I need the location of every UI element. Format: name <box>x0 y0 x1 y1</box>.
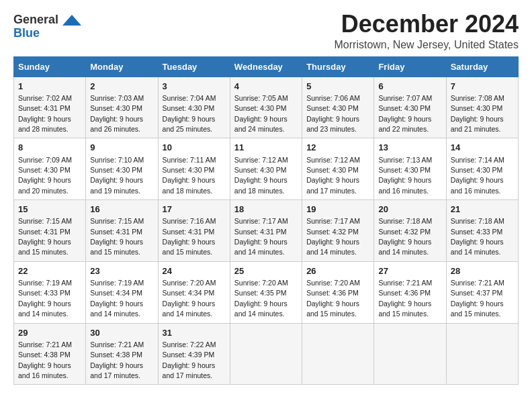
day-info: Sunrise: 7:12 AM Sunset: 4:30 PM Dayligh… <box>234 156 288 195</box>
header-saturday: Saturday <box>446 56 518 77</box>
day-number: 6 <box>378 81 441 93</box>
day-info: Sunrise: 7:18 AM Sunset: 4:33 PM Dayligh… <box>451 217 504 256</box>
day-info: Sunrise: 7:12 AM Sunset: 4:30 PM Dayligh… <box>306 156 360 195</box>
calendar-cell: 21Sunrise: 7:18 AM Sunset: 4:33 PM Dayli… <box>446 200 518 262</box>
day-number: 11 <box>234 142 298 154</box>
logo: General Blue <box>13 13 81 40</box>
calendar-cell: 20Sunrise: 7:18 AM Sunset: 4:32 PM Dayli… <box>374 200 446 262</box>
day-number: 20 <box>378 203 441 216</box>
day-info: Sunrise: 7:15 AM Sunset: 4:31 PM Dayligh… <box>18 217 72 256</box>
day-number: 15 <box>18 203 81 216</box>
day-number: 27 <box>378 265 441 277</box>
calendar-cell <box>230 323 302 385</box>
header-thursday: Thursday <box>302 56 374 77</box>
header-wednesday: Wednesday <box>230 56 302 77</box>
day-info: Sunrise: 7:13 AM Sunset: 4:30 PM Dayligh… <box>378 156 432 195</box>
week-row-1: 8Sunrise: 7:09 AM Sunset: 4:30 PM Daylig… <box>14 138 519 200</box>
day-info: Sunrise: 7:21 AM Sunset: 4:37 PM Dayligh… <box>451 279 504 318</box>
logo-blue-text: Blue <box>13 26 40 40</box>
title-section: December 2024 Morristown, New Jersey, Un… <box>335 11 519 51</box>
day-info: Sunrise: 7:10 AM Sunset: 4:30 PM Dayligh… <box>90 156 144 195</box>
day-number: 24 <box>163 265 226 277</box>
day-number: 7 <box>451 81 514 93</box>
calendar-cell: 24Sunrise: 7:20 AM Sunset: 4:34 PM Dayli… <box>158 261 230 323</box>
calendar-cell: 17Sunrise: 7:16 AM Sunset: 4:31 PM Dayli… <box>158 200 230 262</box>
day-number: 12 <box>306 142 369 154</box>
calendar-cell: 27Sunrise: 7:21 AM Sunset: 4:36 PM Dayli… <box>374 261 446 323</box>
calendar-title: December 2024 <box>335 11 519 38</box>
day-number: 23 <box>90 265 153 277</box>
day-number: 5 <box>306 81 369 93</box>
day-number: 2 <box>90 81 153 93</box>
day-info: Sunrise: 7:20 AM Sunset: 4:34 PM Dayligh… <box>163 279 216 318</box>
day-number: 16 <box>90 203 153 216</box>
day-number: 4 <box>234 81 298 93</box>
day-info: Sunrise: 7:21 AM Sunset: 4:38 PM Dayligh… <box>18 340 72 379</box>
day-info: Sunrise: 7:16 AM Sunset: 4:31 PM Dayligh… <box>163 217 216 256</box>
calendar-cell: 8Sunrise: 7:09 AM Sunset: 4:30 PM Daylig… <box>14 138 86 200</box>
calendar-cell: 13Sunrise: 7:13 AM Sunset: 4:30 PM Dayli… <box>374 138 446 200</box>
calendar-cell: 14Sunrise: 7:14 AM Sunset: 4:30 PM Dayli… <box>446 138 518 200</box>
calendar-cell: 31Sunrise: 7:22 AM Sunset: 4:39 PM Dayli… <box>158 323 230 385</box>
day-info: Sunrise: 7:04 AM Sunset: 4:30 PM Dayligh… <box>163 94 216 133</box>
week-row-4: 29Sunrise: 7:21 AM Sunset: 4:38 PM Dayli… <box>14 323 519 385</box>
calendar-cell <box>446 323 518 385</box>
calendar-cell: 7Sunrise: 7:08 AM Sunset: 4:30 PM Daylig… <box>446 77 518 138</box>
page-header: General Blue December 2024 Morristown, N… <box>13 11 519 51</box>
day-number: 9 <box>90 142 153 154</box>
day-info: Sunrise: 7:17 AM Sunset: 4:32 PM Dayligh… <box>306 217 360 256</box>
calendar-cell: 25Sunrise: 7:20 AM Sunset: 4:35 PM Dayli… <box>230 261 302 323</box>
calendar-cell: 23Sunrise: 7:19 AM Sunset: 4:34 PM Dayli… <box>86 261 158 323</box>
day-number: 1 <box>18 81 81 93</box>
calendar-cell: 9Sunrise: 7:10 AM Sunset: 4:30 PM Daylig… <box>86 138 158 200</box>
day-number: 21 <box>451 203 514 216</box>
header-sunday: Sunday <box>14 56 86 77</box>
calendar-cell: 10Sunrise: 7:11 AM Sunset: 4:30 PM Dayli… <box>158 138 230 200</box>
calendar-cell: 6Sunrise: 7:07 AM Sunset: 4:30 PM Daylig… <box>374 77 446 138</box>
day-info: Sunrise: 7:21 AM Sunset: 4:38 PM Dayligh… <box>90 340 144 379</box>
header-tuesday: Tuesday <box>158 56 230 77</box>
day-number: 25 <box>234 265 298 277</box>
day-number: 22 <box>18 265 81 277</box>
day-number: 28 <box>451 265 514 277</box>
calendar-cell: 4Sunrise: 7:05 AM Sunset: 4:30 PM Daylig… <box>230 77 302 138</box>
calendar-cell: 26Sunrise: 7:20 AM Sunset: 4:36 PM Dayli… <box>302 261 374 323</box>
calendar-cell: 3Sunrise: 7:04 AM Sunset: 4:30 PM Daylig… <box>158 77 230 138</box>
calendar-cell: 16Sunrise: 7:15 AM Sunset: 4:31 PM Dayli… <box>86 200 158 262</box>
day-number: 10 <box>163 142 226 154</box>
header-friday: Friday <box>374 56 446 77</box>
day-number: 17 <box>163 203 226 216</box>
day-info: Sunrise: 7:05 AM Sunset: 4:30 PM Dayligh… <box>234 94 288 133</box>
calendar-cell: 12Sunrise: 7:12 AM Sunset: 4:30 PM Dayli… <box>302 138 374 200</box>
day-number: 19 <box>306 203 369 216</box>
day-number: 8 <box>18 142 81 154</box>
day-info: Sunrise: 7:14 AM Sunset: 4:30 PM Dayligh… <box>451 156 504 195</box>
day-info: Sunrise: 7:15 AM Sunset: 4:31 PM Dayligh… <box>90 217 144 256</box>
day-number: 30 <box>90 327 153 339</box>
day-info: Sunrise: 7:22 AM Sunset: 4:39 PM Dayligh… <box>163 340 216 379</box>
day-info: Sunrise: 7:02 AM Sunset: 4:31 PM Dayligh… <box>18 94 72 133</box>
calendar-cell <box>374 323 446 385</box>
calendar-cell: 11Sunrise: 7:12 AM Sunset: 4:30 PM Dayli… <box>230 138 302 200</box>
calendar-cell: 5Sunrise: 7:06 AM Sunset: 4:30 PM Daylig… <box>302 77 374 138</box>
week-row-2: 15Sunrise: 7:15 AM Sunset: 4:31 PM Dayli… <box>14 200 519 262</box>
calendar-cell: 19Sunrise: 7:17 AM Sunset: 4:32 PM Dayli… <box>302 200 374 262</box>
day-info: Sunrise: 7:20 AM Sunset: 4:35 PM Dayligh… <box>234 279 288 318</box>
day-number: 29 <box>18 327 81 339</box>
day-number: 3 <box>163 81 226 93</box>
day-info: Sunrise: 7:11 AM Sunset: 4:30 PM Dayligh… <box>163 156 216 195</box>
header-monday: Monday <box>86 56 158 77</box>
day-info: Sunrise: 7:19 AM Sunset: 4:33 PM Dayligh… <box>18 279 72 318</box>
calendar-cell: 15Sunrise: 7:15 AM Sunset: 4:31 PM Dayli… <box>14 200 86 262</box>
day-info: Sunrise: 7:06 AM Sunset: 4:30 PM Dayligh… <box>306 94 360 133</box>
calendar-cell: 22Sunrise: 7:19 AM Sunset: 4:33 PM Dayli… <box>14 261 86 323</box>
day-info: Sunrise: 7:20 AM Sunset: 4:36 PM Dayligh… <box>306 279 360 318</box>
week-row-0: 1Sunrise: 7:02 AM Sunset: 4:31 PM Daylig… <box>14 77 519 138</box>
day-info: Sunrise: 7:17 AM Sunset: 4:31 PM Dayligh… <box>234 217 288 256</box>
day-number: 31 <box>163 327 226 339</box>
day-info: Sunrise: 7:03 AM Sunset: 4:30 PM Dayligh… <box>90 94 144 133</box>
calendar-cell: 29Sunrise: 7:21 AM Sunset: 4:38 PM Dayli… <box>14 323 86 385</box>
calendar-cell: 2Sunrise: 7:03 AM Sunset: 4:30 PM Daylig… <box>86 77 158 138</box>
day-info: Sunrise: 7:18 AM Sunset: 4:32 PM Dayligh… <box>378 217 432 256</box>
day-number: 26 <box>306 265 369 277</box>
